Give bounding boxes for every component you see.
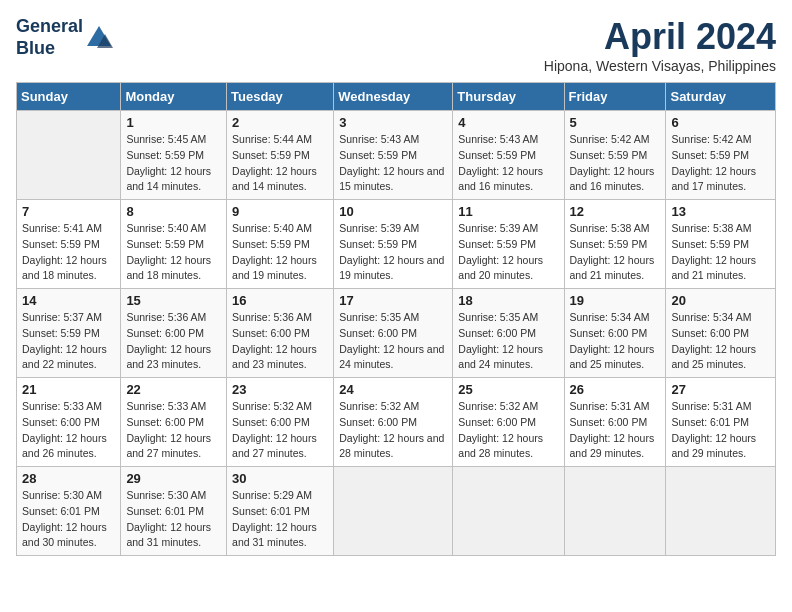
logo-icon bbox=[85, 24, 113, 52]
day-number: 15 bbox=[126, 293, 221, 308]
day-cell: 3 Sunrise: 5:43 AMSunset: 5:59 PMDayligh… bbox=[334, 111, 453, 200]
day-number: 17 bbox=[339, 293, 447, 308]
day-number: 3 bbox=[339, 115, 447, 130]
day-cell: 30 Sunrise: 5:29 AMSunset: 6:01 PMDaylig… bbox=[227, 467, 334, 556]
day-number: 28 bbox=[22, 471, 115, 486]
day-cell: 8 Sunrise: 5:40 AMSunset: 5:59 PMDayligh… bbox=[121, 200, 227, 289]
day-cell: 27 Sunrise: 5:31 AMSunset: 6:01 PMDaylig… bbox=[666, 378, 776, 467]
day-info: Sunrise: 5:31 AMSunset: 6:01 PMDaylight:… bbox=[671, 399, 770, 462]
day-cell: 1 Sunrise: 5:45 AMSunset: 5:59 PMDayligh… bbox=[121, 111, 227, 200]
day-number: 6 bbox=[671, 115, 770, 130]
week-row-1: 1 Sunrise: 5:45 AMSunset: 5:59 PMDayligh… bbox=[17, 111, 776, 200]
day-info: Sunrise: 5:34 AMSunset: 6:00 PMDaylight:… bbox=[570, 310, 661, 373]
day-header-wednesday: Wednesday bbox=[334, 83, 453, 111]
day-number: 25 bbox=[458, 382, 558, 397]
day-header-tuesday: Tuesday bbox=[227, 83, 334, 111]
day-info: Sunrise: 5:31 AMSunset: 6:00 PMDaylight:… bbox=[570, 399, 661, 462]
day-number: 30 bbox=[232, 471, 328, 486]
day-info: Sunrise: 5:35 AMSunset: 6:00 PMDaylight:… bbox=[339, 310, 447, 373]
day-number: 2 bbox=[232, 115, 328, 130]
day-cell bbox=[666, 467, 776, 556]
day-cell bbox=[17, 111, 121, 200]
day-cell: 14 Sunrise: 5:37 AMSunset: 5:59 PMDaylig… bbox=[17, 289, 121, 378]
day-info: Sunrise: 5:29 AMSunset: 6:01 PMDaylight:… bbox=[232, 488, 328, 551]
day-info: Sunrise: 5:38 AMSunset: 5:59 PMDaylight:… bbox=[570, 221, 661, 284]
day-cell: 2 Sunrise: 5:44 AMSunset: 5:59 PMDayligh… bbox=[227, 111, 334, 200]
day-cell: 17 Sunrise: 5:35 AMSunset: 6:00 PMDaylig… bbox=[334, 289, 453, 378]
day-cell: 12 Sunrise: 5:38 AMSunset: 5:59 PMDaylig… bbox=[564, 200, 666, 289]
day-number: 9 bbox=[232, 204, 328, 219]
day-info: Sunrise: 5:43 AMSunset: 5:59 PMDaylight:… bbox=[339, 132, 447, 195]
day-cell: 25 Sunrise: 5:32 AMSunset: 6:00 PMDaylig… bbox=[453, 378, 564, 467]
day-header-thursday: Thursday bbox=[453, 83, 564, 111]
day-info: Sunrise: 5:36 AMSunset: 6:00 PMDaylight:… bbox=[232, 310, 328, 373]
day-header-monday: Monday bbox=[121, 83, 227, 111]
logo-text: GeneralBlue bbox=[16, 16, 113, 59]
day-info: Sunrise: 5:44 AMSunset: 5:59 PMDaylight:… bbox=[232, 132, 328, 195]
calendar-table: SundayMondayTuesdayWednesdayThursdayFrid… bbox=[16, 82, 776, 556]
day-info: Sunrise: 5:32 AMSunset: 6:00 PMDaylight:… bbox=[458, 399, 558, 462]
day-cell: 19 Sunrise: 5:34 AMSunset: 6:00 PMDaylig… bbox=[564, 289, 666, 378]
day-info: Sunrise: 5:35 AMSunset: 6:00 PMDaylight:… bbox=[458, 310, 558, 373]
day-cell: 28 Sunrise: 5:30 AMSunset: 6:01 PMDaylig… bbox=[17, 467, 121, 556]
day-cell: 18 Sunrise: 5:35 AMSunset: 6:00 PMDaylig… bbox=[453, 289, 564, 378]
day-number: 24 bbox=[339, 382, 447, 397]
day-number: 10 bbox=[339, 204, 447, 219]
day-info: Sunrise: 5:40 AMSunset: 5:59 PMDaylight:… bbox=[126, 221, 221, 284]
day-number: 16 bbox=[232, 293, 328, 308]
day-cell: 26 Sunrise: 5:31 AMSunset: 6:00 PMDaylig… bbox=[564, 378, 666, 467]
day-info: Sunrise: 5:32 AMSunset: 6:00 PMDaylight:… bbox=[232, 399, 328, 462]
day-info: Sunrise: 5:41 AMSunset: 5:59 PMDaylight:… bbox=[22, 221, 115, 284]
day-cell: 15 Sunrise: 5:36 AMSunset: 6:00 PMDaylig… bbox=[121, 289, 227, 378]
day-cell: 20 Sunrise: 5:34 AMSunset: 6:00 PMDaylig… bbox=[666, 289, 776, 378]
day-info: Sunrise: 5:38 AMSunset: 5:59 PMDaylight:… bbox=[671, 221, 770, 284]
day-cell: 11 Sunrise: 5:39 AMSunset: 5:59 PMDaylig… bbox=[453, 200, 564, 289]
day-number: 21 bbox=[22, 382, 115, 397]
day-info: Sunrise: 5:33 AMSunset: 6:00 PMDaylight:… bbox=[126, 399, 221, 462]
day-cell: 7 Sunrise: 5:41 AMSunset: 5:59 PMDayligh… bbox=[17, 200, 121, 289]
header-row: SundayMondayTuesdayWednesdayThursdayFrid… bbox=[17, 83, 776, 111]
day-number: 11 bbox=[458, 204, 558, 219]
day-cell bbox=[334, 467, 453, 556]
day-cell: 23 Sunrise: 5:32 AMSunset: 6:00 PMDaylig… bbox=[227, 378, 334, 467]
day-info: Sunrise: 5:39 AMSunset: 5:59 PMDaylight:… bbox=[339, 221, 447, 284]
day-number: 1 bbox=[126, 115, 221, 130]
day-number: 4 bbox=[458, 115, 558, 130]
day-number: 5 bbox=[570, 115, 661, 130]
week-row-3: 14 Sunrise: 5:37 AMSunset: 5:59 PMDaylig… bbox=[17, 289, 776, 378]
day-number: 12 bbox=[570, 204, 661, 219]
day-header-friday: Friday bbox=[564, 83, 666, 111]
location: Hipona, Western Visayas, Philippines bbox=[544, 58, 776, 74]
day-info: Sunrise: 5:45 AMSunset: 5:59 PMDaylight:… bbox=[126, 132, 221, 195]
day-info: Sunrise: 5:43 AMSunset: 5:59 PMDaylight:… bbox=[458, 132, 558, 195]
month-title: April 2024 bbox=[544, 16, 776, 58]
day-info: Sunrise: 5:42 AMSunset: 5:59 PMDaylight:… bbox=[671, 132, 770, 195]
day-cell bbox=[564, 467, 666, 556]
day-cell: 5 Sunrise: 5:42 AMSunset: 5:59 PMDayligh… bbox=[564, 111, 666, 200]
week-row-4: 21 Sunrise: 5:33 AMSunset: 6:00 PMDaylig… bbox=[17, 378, 776, 467]
day-cell: 13 Sunrise: 5:38 AMSunset: 5:59 PMDaylig… bbox=[666, 200, 776, 289]
day-info: Sunrise: 5:37 AMSunset: 5:59 PMDaylight:… bbox=[22, 310, 115, 373]
day-number: 22 bbox=[126, 382, 221, 397]
day-number: 8 bbox=[126, 204, 221, 219]
day-cell: 22 Sunrise: 5:33 AMSunset: 6:00 PMDaylig… bbox=[121, 378, 227, 467]
day-info: Sunrise: 5:40 AMSunset: 5:59 PMDaylight:… bbox=[232, 221, 328, 284]
page-header: GeneralBlue April 2024 Hipona, Western V… bbox=[16, 16, 776, 74]
day-cell: 9 Sunrise: 5:40 AMSunset: 5:59 PMDayligh… bbox=[227, 200, 334, 289]
day-info: Sunrise: 5:42 AMSunset: 5:59 PMDaylight:… bbox=[570, 132, 661, 195]
day-number: 18 bbox=[458, 293, 558, 308]
day-info: Sunrise: 5:36 AMSunset: 6:00 PMDaylight:… bbox=[126, 310, 221, 373]
day-number: 14 bbox=[22, 293, 115, 308]
day-info: Sunrise: 5:30 AMSunset: 6:01 PMDaylight:… bbox=[126, 488, 221, 551]
day-number: 27 bbox=[671, 382, 770, 397]
day-cell: 4 Sunrise: 5:43 AMSunset: 5:59 PMDayligh… bbox=[453, 111, 564, 200]
day-number: 20 bbox=[671, 293, 770, 308]
day-info: Sunrise: 5:34 AMSunset: 6:00 PMDaylight:… bbox=[671, 310, 770, 373]
day-number: 23 bbox=[232, 382, 328, 397]
day-header-sunday: Sunday bbox=[17, 83, 121, 111]
week-row-5: 28 Sunrise: 5:30 AMSunset: 6:01 PMDaylig… bbox=[17, 467, 776, 556]
day-cell: 21 Sunrise: 5:33 AMSunset: 6:00 PMDaylig… bbox=[17, 378, 121, 467]
day-cell: 24 Sunrise: 5:32 AMSunset: 6:00 PMDaylig… bbox=[334, 378, 453, 467]
day-header-saturday: Saturday bbox=[666, 83, 776, 111]
day-info: Sunrise: 5:33 AMSunset: 6:00 PMDaylight:… bbox=[22, 399, 115, 462]
